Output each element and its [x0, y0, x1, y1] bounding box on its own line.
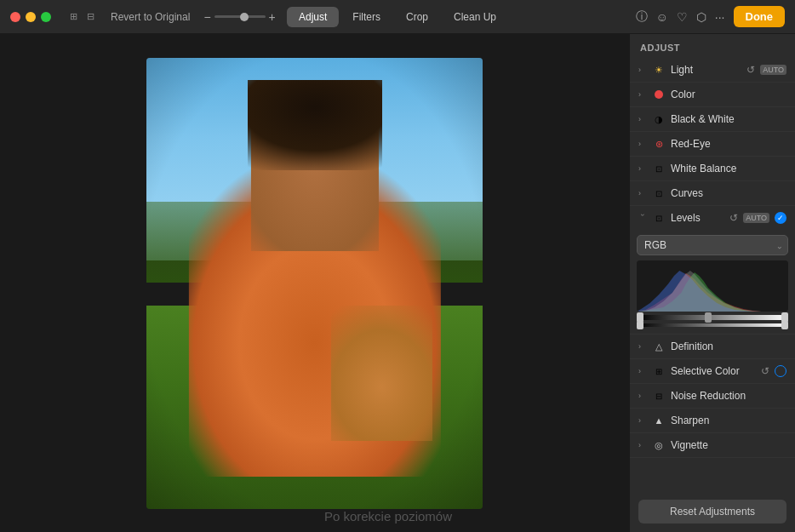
more-icon[interactable]: ··· [715, 10, 725, 24]
chevron-icon: › [638, 189, 647, 197]
done-button[interactable]: Done [734, 6, 786, 27]
photo-vignette-layer [146, 58, 483, 509]
levels-active-indicator: ✓ [775, 212, 786, 224]
sidebar-item-definition[interactable]: › △ Definition [630, 335, 795, 359]
revert-button[interactable]: Revert to Original [106, 9, 195, 26]
reset-selective-color-icon[interactable]: ↺ [761, 365, 769, 377]
sharpen-icon: ▲ [652, 414, 666, 427]
zoom-out-icon[interactable]: − [203, 10, 210, 24]
zoom-control: − + [203, 10, 275, 24]
black-white-label: Black & White [671, 113, 786, 125]
sidebar-item-sharpen[interactable]: › ▲ Sharpen [630, 409, 795, 433]
definition-icon: △ [652, 340, 666, 353]
selective-color-active-indicator [775, 365, 786, 377]
titlebar-right: ⓘ ☺ ♡ ⬡ ··· Done [636, 6, 785, 27]
sidebar-item-black-white[interactable]: › ◑ Black & White [630, 107, 795, 132]
levels-section: › ⊡ Levels ↺ AUTO ✓ RGB Red Green Blue [630, 206, 795, 335]
titlebar: ⊞ ⊟ Revert to Original − + Adjust Filter… [0, 0, 795, 34]
chevron-icon: › [638, 66, 647, 74]
reset-adjustments-button[interactable]: Reset Adjustments [638, 500, 786, 523]
share-icon[interactable]: ⬡ [696, 10, 706, 24]
info-icon[interactable]: ⓘ [636, 9, 648, 25]
sidebar-header: ADJUST [630, 34, 795, 58]
photo-area: Po korekcie poziomów [0, 34, 629, 532]
midtone-handle[interactable] [705, 312, 712, 323]
chevron-icon: › [638, 342, 647, 351]
light-icon: ☀ [652, 63, 666, 77]
chevron-icon: › [638, 392, 647, 400]
zoom-thumb [240, 13, 249, 21]
tab-crop[interactable]: Crop [394, 7, 440, 27]
traffic-lights [10, 12, 51, 22]
levels-label: Levels [671, 212, 724, 224]
photo [146, 58, 483, 509]
curves-label: Curves [671, 187, 786, 199]
sharpen-label: Sharpen [671, 415, 786, 426]
histogram [637, 260, 788, 312]
minimize-button[interactable] [26, 12, 36, 22]
color-icon [652, 88, 666, 101]
output-levels-slider[interactable] [637, 323, 788, 327]
split-icon[interactable]: ⊟ [83, 10, 97, 24]
sidebar-item-noise-reduction[interactable]: › ⊟ Noise Reduction [630, 384, 795, 409]
black-white-icon: ◑ [652, 112, 666, 126]
caption: Po korekcie poziomów [324, 509, 452, 523]
red-eye-label: Red-Eye [671, 138, 786, 150]
heart-icon[interactable]: ♡ [677, 10, 688, 24]
output-black-handle[interactable] [637, 321, 643, 329]
light-label: Light [671, 64, 741, 76]
sidebar: ADJUST › ☀ Light ↺ AUTO › Color › ◑ Blac… [629, 34, 795, 532]
adjust-list: › ☀ Light ↺ AUTO › Color › ◑ Black & Whi… [630, 58, 795, 491]
channel-select[interactable]: RGB Red Green Blue Luminance [637, 235, 788, 255]
sidebar-item-vignette[interactable]: › ◎ Vignette [630, 433, 795, 458]
emoji-icon[interactable]: ☺ [656, 10, 668, 24]
chevron-icon: › [638, 90, 647, 99]
chevron-icon: › [638, 140, 647, 148]
reset-levels-icon[interactable]: ↺ [729, 212, 738, 224]
curves-icon: ⊡ [652, 186, 666, 200]
tab-filters[interactable]: Filters [340, 7, 392, 27]
levels-icon: ⊡ [652, 211, 666, 225]
auto-badge-levels[interactable]: AUTO [743, 213, 769, 223]
chevron-icon: › [638, 367, 647, 375]
sidebar-item-levels[interactable]: › ⊡ Levels ↺ AUTO ✓ [630, 206, 795, 230]
close-button[interactable] [10, 12, 20, 22]
white-balance-icon: ⊡ [652, 162, 666, 175]
chevron-icon: › [638, 416, 647, 425]
color-label: Color [671, 89, 786, 100]
chevron-icon: › [638, 115, 647, 123]
sidebar-item-white-balance[interactable]: › ⊡ White Balance [630, 157, 795, 181]
noise-reduction-label: Noise Reduction [671, 390, 786, 402]
vignette-label: Vignette [671, 439, 786, 451]
vignette-icon: ◎ [652, 438, 666, 452]
maximize-button[interactable] [41, 12, 51, 22]
selective-color-label: Selective Color [671, 365, 756, 377]
photo-wrapper [146, 58, 483, 509]
window-controls: ⊞ ⊟ [66, 10, 97, 24]
reset-light-icon[interactable]: ↺ [746, 64, 755, 76]
tab-cleanup[interactable]: Clean Up [442, 7, 508, 27]
white-balance-label: White Balance [671, 163, 786, 174]
output-white-handle[interactable] [781, 321, 788, 329]
sidebar-item-color[interactable]: › Color [630, 83, 795, 107]
channel-select-wrapper[interactable]: RGB Red Green Blue Luminance [637, 235, 788, 255]
selective-color-icon: ⊞ [652, 364, 666, 378]
chevron-icon: › [638, 164, 647, 173]
zoom-slider[interactable] [214, 15, 266, 18]
definition-label: Definition [671, 340, 786, 352]
grid-icon[interactable]: ⊞ [66, 10, 80, 24]
chevron-down-icon: › [638, 214, 647, 222]
titlebar-nav: Adjust Filters Crop Clean Up [287, 7, 508, 27]
input-levels-slider[interactable] [637, 315, 788, 320]
sidebar-item-curves[interactable]: › ⊡ Curves [630, 181, 795, 206]
zoom-in-icon[interactable]: + [269, 10, 276, 24]
red-eye-icon: ⊛ [652, 137, 666, 151]
tab-adjust[interactable]: Adjust [287, 7, 339, 27]
auto-badge-light[interactable]: AUTO [760, 65, 786, 75]
levels-content: RGB Red Green Blue Luminance [630, 230, 795, 334]
noise-reduction-icon: ⊟ [652, 389, 666, 403]
sidebar-item-light[interactable]: › ☀ Light ↺ AUTO [630, 58, 795, 83]
sidebar-item-red-eye[interactable]: › ⊛ Red-Eye [630, 132, 795, 157]
sidebar-item-selective-color[interactable]: › ⊞ Selective Color ↺ [630, 359, 795, 384]
histogram-svg [637, 260, 788, 312]
